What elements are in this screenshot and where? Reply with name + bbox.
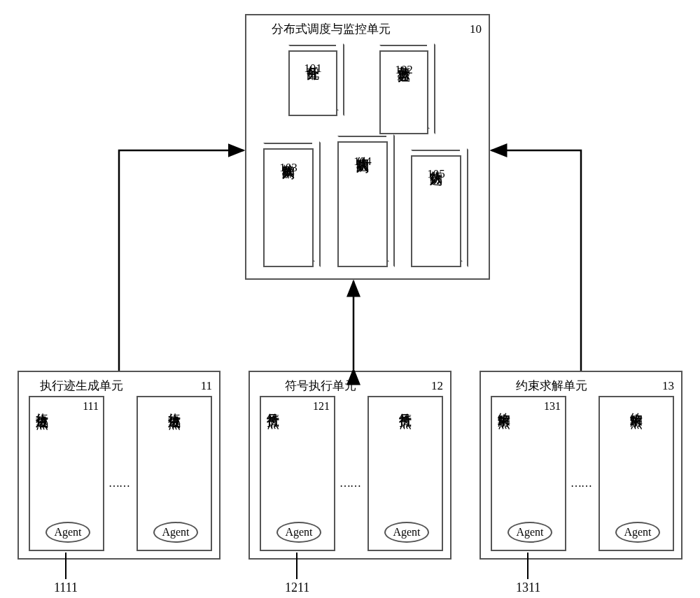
block-node-monitor: 节点状态监控 102 <box>379 50 428 134</box>
solver-node-1-label: 约束求解节点 <box>496 403 511 413</box>
solver-node-2-label: 约束求解节点 <box>629 403 644 407</box>
block-trace-queue: 执行迹队列 105 <box>411 155 461 267</box>
solver-agent-2: Agent <box>615 522 660 543</box>
unit-symbolic: 符号执行单元 12 符号执行节点 121 Agent …… 符号执行节点 Age… <box>248 371 451 560</box>
lead-num-1311: 1311 <box>516 581 540 595</box>
block-node-monitor-num: 102 <box>395 63 413 77</box>
lead-num-1211: 1211 <box>285 581 309 595</box>
top-unit-title: 分布式调度与监控单元 <box>272 21 391 37</box>
block-input-queue: 输入样本队列 103 <box>263 148 314 267</box>
block-input-queue-label: 输入样本队列 <box>281 154 296 158</box>
block-trace-queue-label: 执行迹队列 <box>429 161 444 164</box>
unit-trace-gen-title-row: 执行迹生成单元 11 <box>23 376 215 397</box>
solver-agent-1: Agent <box>507 522 552 543</box>
solver-node-1: 约束求解节点 131 Agent <box>491 396 566 551</box>
trace-gen-agent-1: Agent <box>46 522 90 543</box>
block-input-queue-num: 103 <box>279 161 298 175</box>
symbolic-node-2-title: 符号执行节点 <box>369 400 442 407</box>
block-task-alloc-num: 101 <box>304 62 322 76</box>
trace-gen-node-1-label: 执行迹生成节点 <box>34 403 49 413</box>
symbolic-node-2-label: 符号执行节点 <box>398 403 413 407</box>
symbolic-agent-2: Agent <box>384 522 429 543</box>
solver-node-2-title: 约束求解节点 <box>600 400 673 407</box>
block-task-alloc: 任务分配 101 <box>288 50 337 116</box>
unit-trace-gen-title: 执行迹生成单元 <box>40 378 123 394</box>
trace-gen-node-1: 执行迹生成节点 111 Agent <box>29 396 104 551</box>
trace-gen-node-2: 执行迹生成节点 Agent <box>136 396 212 551</box>
symbolic-node-1: 符号执行节点 121 Agent <box>260 396 335 551</box>
solver-node-2: 约束求解节点 Agent <box>598 396 674 551</box>
symbolic-agent-1: Agent <box>276 522 321 543</box>
block-constraint-queue: 约束表达式队列 104 <box>337 141 388 267</box>
block-constraint-queue-label: 约束表达式队列 <box>356 147 370 152</box>
symbolic-node-1-label: 符号执行节点 <box>265 403 280 413</box>
symbolic-node-1-title: 符号执行节点 121 <box>261 400 334 413</box>
ellipsis-2: …… <box>340 477 360 490</box>
ellipsis-3: …… <box>570 477 592 490</box>
trace-gen-node-2-title: 执行迹生成节点 <box>138 400 211 408</box>
ellipsis-1: …… <box>108 477 130 490</box>
block-constraint-queue-num: 104 <box>354 155 372 169</box>
block-node-monitor-label: 节点状态监控 <box>397 56 412 60</box>
unit-solver-title-row: 约束求解单元 13 <box>485 376 677 397</box>
unit-trace-gen-num: 11 <box>201 379 212 393</box>
block-trace-queue-num: 105 <box>427 167 445 181</box>
trace-gen-agent-2: Agent <box>153 522 198 543</box>
top-unit-num: 10 <box>470 22 482 36</box>
symbolic-node-2: 符号执行节点 Agent <box>368 396 443 551</box>
solver-node-1-num: 131 <box>544 400 561 413</box>
unit-trace-gen: 执行迹生成单元 11 执行迹生成节点 111 Agent …… 执行迹生成节点 … <box>18 371 220 560</box>
top-unit-title-row: 分布式调度与监控单元 10 <box>251 20 484 40</box>
unit-symbolic-title-row: 符号执行单元 12 <box>254 376 446 397</box>
block-task-alloc-label: 任务分配 <box>306 56 321 59</box>
unit-symbolic-num: 12 <box>431 379 443 393</box>
trace-gen-node-2-label: 执行迹生成节点 <box>167 403 182 408</box>
unit-solver-title: 约束求解单元 <box>516 378 587 394</box>
unit-symbolic-title: 符号执行单元 <box>285 378 356 394</box>
lead-num-1111: 1111 <box>54 581 78 595</box>
unit-solver: 约束求解单元 13 约束求解节点 131 Agent …… 约束求解节点 Age… <box>479 371 682 560</box>
solver-node-1-title: 约束求解节点 131 <box>492 400 565 413</box>
trace-gen-node-1-num: 111 <box>83 400 99 413</box>
trace-gen-node-1-title: 执行迹生成节点 111 <box>30 400 103 413</box>
unit-solver-num: 13 <box>662 379 674 393</box>
top-unit: 分布式调度与监控单元 10 任务分配 101 节点状态监控 102 输入样本队列… <box>245 14 490 280</box>
symbolic-node-1-num: 121 <box>313 400 330 413</box>
